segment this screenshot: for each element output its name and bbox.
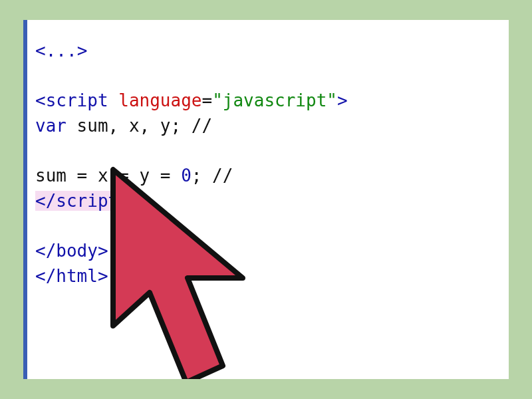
body-close-line: </body> xyxy=(35,241,108,261)
html-close-line: </html> xyxy=(35,266,108,286)
editor-frame: <...> <script language="javascript"> var… xyxy=(23,20,509,379)
code-block: <...> <script language="javascript"> var… xyxy=(35,20,348,289)
truncated-line: <...> xyxy=(35,41,87,61)
assign-line: sum = x = y = 0; // xyxy=(35,166,233,186)
script-close-line: </script> xyxy=(35,191,129,211)
script-open-line: <script language="javascript"> xyxy=(35,90,348,110)
var-decl-line: var sum, x, y; // xyxy=(35,116,212,136)
gutter-inner xyxy=(27,20,35,379)
